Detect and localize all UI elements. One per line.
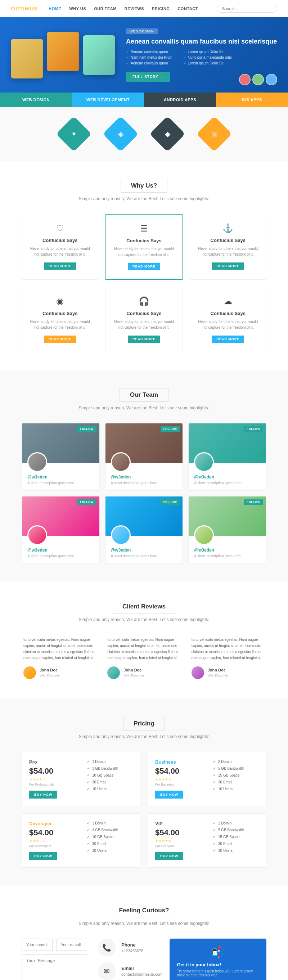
check-icon: ✓ bbox=[213, 773, 216, 778]
check-icon: ✓ bbox=[213, 828, 216, 832]
reviewer-1: John Doe Web Designer bbox=[24, 667, 97, 679]
email-value: contact@somesite.com bbox=[121, 972, 163, 977]
pf-item: ✓5 GB Bandwidth bbox=[213, 828, 259, 832]
why-card-title-1: Confucius Says bbox=[29, 238, 91, 243]
team-card-5: FOLLOW @w3eden A short description goes … bbox=[105, 496, 183, 564]
reviewer-info-1: John Doe Web Designer bbox=[40, 668, 60, 678]
plan-name-pro: Pro bbox=[29, 759, 80, 765]
contact-name-input[interactable] bbox=[22, 939, 53, 951]
search-input[interactable] bbox=[217, 5, 277, 13]
team-desc-4: A short description goes here bbox=[27, 554, 94, 558]
contact-phone-info: Phone +123456678 bbox=[121, 942, 143, 953]
nav-link-home[interactable]: HOME bbox=[49, 6, 61, 11]
team-card-bg-3: FOLLOW bbox=[189, 423, 266, 463]
why-icon-6: ☁ bbox=[197, 296, 259, 306]
navbar: OPTIMUS HOME WHY US OUR TEAM REVIEWS PRI… bbox=[0, 0, 288, 17]
buy-btn-pro[interactable]: BUY NOW bbox=[29, 791, 57, 799]
nav-link-pricing[interactable]: PRICING bbox=[152, 6, 170, 11]
follow-btn-5[interactable]: FOLLOW bbox=[161, 500, 180, 505]
web-dev-icon: ◈ bbox=[103, 116, 138, 152]
check-icon: ✓ bbox=[87, 766, 90, 771]
plan-price-pro: $54.00 bbox=[29, 767, 80, 776]
read-more-btn-6[interactable]: READ MORE bbox=[212, 336, 244, 343]
follow-btn-2[interactable]: FOLLOW bbox=[161, 426, 180, 432]
read-more-btn-1[interactable]: READ MORE bbox=[44, 262, 76, 270]
why-card-4: ◉ Confucius Says Never study for others … bbox=[22, 287, 98, 352]
follow-btn-1[interactable]: FOLLOW bbox=[77, 426, 97, 432]
follow-btn-3[interactable]: FOLLOW bbox=[244, 426, 263, 432]
hero-list-left: Aenean convallis quam Nam nam metus dui … bbox=[126, 50, 172, 67]
contact-email-info: Email contact@somesite.com bbox=[121, 966, 163, 977]
check-icon: ✓ bbox=[213, 780, 216, 784]
hero-cta-button[interactable]: FULL STORY → bbox=[126, 72, 170, 82]
team-handle-1: @w3eden bbox=[27, 474, 94, 480]
nav-link-reviews[interactable]: REVIEWS bbox=[124, 6, 144, 11]
review-card-2: turto vehicula metus egestas. Nam augue … bbox=[105, 635, 182, 681]
plan-for-vip: For Everyone bbox=[155, 844, 205, 848]
why-card-5: 🎧 Confucius Says Never study for others … bbox=[105, 287, 182, 352]
hero-image-1 bbox=[11, 39, 43, 78]
team-avatar-3 bbox=[194, 452, 214, 472]
pricing-title: Pricing bbox=[123, 717, 165, 730]
team-handle-5: @w3eden bbox=[111, 547, 178, 553]
follow-btn-6[interactable]: FOLLOW bbox=[244, 500, 263, 505]
buy-btn-business[interactable]: BUY NOW bbox=[155, 791, 183, 799]
service-icon-web-dev: ◈ bbox=[108, 121, 133, 146]
pricing-left-pro: Pro $54.00 ★★★★☆ For Professionals BUY N… bbox=[29, 759, 80, 799]
why-card-text-4: Never study for others that you would no… bbox=[29, 319, 91, 331]
reviewer-name-2: John Doe bbox=[124, 668, 144, 672]
nav-link-whyus[interactable]: WHY US bbox=[69, 6, 86, 11]
why-card-title-2: Confucius Says bbox=[113, 238, 174, 243]
tab-web-design[interactable]: WEB DESIGN bbox=[0, 92, 72, 107]
buy-btn-developer[interactable]: BUY NOW bbox=[29, 852, 57, 860]
pf-item: ✓10 Users bbox=[213, 787, 259, 791]
tab-ios-apps[interactable]: IOS APPS bbox=[216, 92, 288, 107]
read-more-btn-5[interactable]: READ MORE bbox=[128, 336, 160, 343]
team-header: Our Team Simple and only reason, We are … bbox=[22, 388, 266, 410]
hero-list-item: Aenean convallis quam bbox=[126, 50, 172, 54]
why-card-text-2: Never study for others that you would no… bbox=[113, 246, 174, 258]
contact-info-area: 📞 Phone +123456678 ✉ Email contact@somes… bbox=[98, 939, 266, 980]
team-handle-4: @w3eden bbox=[27, 547, 94, 553]
follow-btn-4[interactable]: FOLLOW bbox=[77, 500, 97, 505]
check-icon: ✓ bbox=[213, 848, 216, 853]
buy-btn-vip[interactable]: BUY NOW bbox=[155, 852, 183, 860]
contact-email-input[interactable] bbox=[56, 939, 87, 951]
check-icon: ✓ bbox=[87, 787, 90, 791]
pf-item: ✓30 Email bbox=[87, 842, 133, 846]
team-desc-1: A short description goes here bbox=[27, 481, 94, 485]
reviews-header: Client Reviews Simple and only reason, W… bbox=[22, 600, 266, 622]
read-more-btn-3[interactable]: READ MORE bbox=[212, 262, 244, 270]
check-icon: ✓ bbox=[87, 780, 90, 784]
reviewer-role-1: Web Designer bbox=[40, 674, 60, 677]
team-handle-6: @w3eden bbox=[194, 547, 261, 553]
service-icon-ios: ◎ bbox=[202, 121, 227, 146]
contact-phone-row: 📞 Phone +123456678 bbox=[98, 939, 163, 956]
team-section: Our Team Simple and only reason, We are … bbox=[0, 370, 288, 582]
pricing-left-business: Business $54.00 ★★★★★ For Business BUY N… bbox=[155, 759, 205, 799]
tab-web-development[interactable]: WEB DEVELOPMENT bbox=[72, 92, 144, 107]
why-icon-1: ♡ bbox=[29, 223, 91, 233]
why-card-1: ♡ Confucius Says Never study for others … bbox=[22, 214, 98, 280]
pricing-features-vip: ✓2 Domin ✓5 GB Bandwidth ✓15 GB Space ✓3… bbox=[213, 821, 259, 860]
plan-stars-developer: ★★★☆☆ bbox=[29, 839, 80, 843]
nav-link-contact[interactable]: CONTACT bbox=[178, 6, 197, 11]
tab-android-apps[interactable]: ANDROID APPS bbox=[144, 92, 216, 107]
review-card-1: turto vehicula metus egestas. Nam augue … bbox=[22, 635, 98, 681]
read-more-btn-4[interactable]: READ MORE bbox=[44, 336, 76, 343]
email-label: Email bbox=[121, 966, 163, 971]
contact-message-input[interactable] bbox=[22, 955, 87, 980]
why-card-3: ⚓ Confucius Says Never study for others … bbox=[190, 214, 266, 280]
reviewer-avatar-2 bbox=[107, 667, 120, 679]
nav-link-team[interactable]: OUR TEAM bbox=[94, 6, 117, 11]
hero-avatar-2 bbox=[252, 74, 264, 85]
check-icon: ✓ bbox=[87, 848, 90, 853]
pf-item: ✓30 Email bbox=[213, 842, 259, 846]
plan-price-vip: $54.00 bbox=[155, 828, 205, 837]
review-text-2: turto vehicula metus egestas. Nam augue … bbox=[107, 636, 180, 661]
review-card-3: turto vehicula metus egestas. Nam augue … bbox=[190, 635, 266, 681]
pricing-card-pro: Pro $54.00 ★★★★☆ For Professionals BUY N… bbox=[22, 752, 140, 806]
why-icon-2: ☰ bbox=[113, 224, 174, 234]
ios-icon: ◎ bbox=[197, 116, 232, 152]
read-more-btn-2[interactable]: READ MORE bbox=[128, 263, 160, 270]
